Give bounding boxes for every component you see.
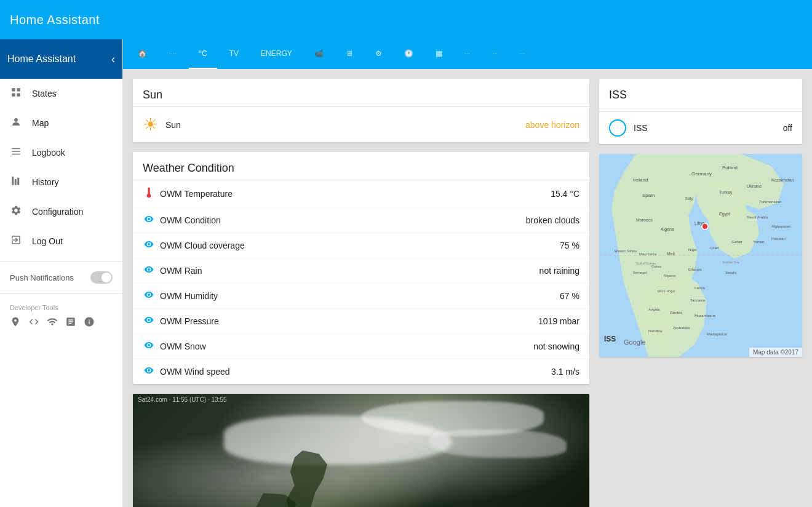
extra2-tab-label: ··· <box>492 50 498 57</box>
weather-row-snow: OWM Snow not snowing <box>133 334 589 359</box>
iss-status-circle <box>609 119 626 137</box>
svg-text:Arabian Sea: Arabian Sea <box>722 260 739 264</box>
svg-text:Afghanistan: Afghanistan <box>771 225 791 228</box>
entity-icon[interactable] <box>65 316 76 330</box>
chevron-left-icon[interactable]: ‹ <box>111 53 115 66</box>
tab-celsius[interactable]: °C <box>189 39 217 69</box>
iss-card: ISS ISS off <box>599 79 802 144</box>
svg-rect-10 <box>17 177 19 185</box>
tab-extra3[interactable]: ··· <box>510 39 535 69</box>
temperature-value: 15.4 °C <box>551 189 579 199</box>
svg-text:DR Congo: DR Congo <box>658 289 675 293</box>
map-iss-label: ISS <box>599 332 621 346</box>
info-icon[interactable] <box>84 316 95 330</box>
sidebar-item-logout[interactable]: Log Out <box>0 226 122 256</box>
sidebar-item-history[interactable]: History <box>0 167 122 197</box>
cards-area: Sun ☀ Sun above horizon Weather Conditio… <box>123 69 812 507</box>
svg-rect-2 <box>12 93 15 96</box>
home-tab-icon: 🏠 <box>138 49 147 58</box>
content-area: 🏠 ···· °C TV ENERGY 📹 🖥 ⚙ <box>123 39 812 507</box>
map-google-label: Google <box>624 338 645 346</box>
eye-icon-rain[interactable] <box>143 265 155 277</box>
sidebar-item-logout-label: Log Out <box>32 236 63 246</box>
sidebar-item-map-label: Map <box>32 118 49 128</box>
weather-row-humidity: OWM Humidity 67 % <box>133 284 589 309</box>
humidity-label: OWM Humidity <box>160 291 555 301</box>
tab-settings[interactable]: ⚙ <box>365 39 392 69</box>
sidebar-item-history-label: History <box>32 177 59 187</box>
iss-card-title: ISS <box>599 79 802 111</box>
tabbar: 🏠 ···· °C TV ENERGY 📹 🖥 ⚙ <box>123 39 812 69</box>
svg-text:Zimbabwe: Zimbabwe <box>673 326 690 330</box>
svg-text:Ireland: Ireland <box>633 177 648 183</box>
tab-camera[interactable]: 📹 <box>304 39 333 69</box>
tab-home[interactable]: 🏠 <box>128 39 157 69</box>
antenna-icon[interactable] <box>10 316 21 330</box>
tab-display[interactable]: 🖥 <box>336 39 363 69</box>
svg-text:Tanzania: Tanzania <box>690 298 706 302</box>
sidebar-item-logbook[interactable]: Logbook <box>0 138 122 167</box>
wifi-icon[interactable] <box>47 316 58 330</box>
eye-icon-cloud[interactable] <box>143 239 155 252</box>
sidebar-header: Home Assistant ‹ <box>0 39 122 79</box>
svg-text:Yemen: Yemen <box>753 240 764 244</box>
logout-icon <box>10 234 22 249</box>
energy-tab-label: ENERGY <box>261 49 292 58</box>
eye-icon-humidity[interactable] <box>143 290 155 302</box>
grid-tab-icon: ▦ <box>436 49 442 58</box>
tab-energy[interactable]: ENERGY <box>251 39 302 69</box>
svg-text:Egypt: Egypt <box>719 212 730 217</box>
svg-text:Chad: Chad <box>710 246 718 250</box>
svg-text:Namibia: Namibia <box>648 329 663 333</box>
topbar: Home Assistant <box>0 0 812 39</box>
svg-text:Mauritania: Mauritania <box>639 252 657 256</box>
svg-text:Gulf of Guinea: Gulf of Guinea <box>636 261 656 265</box>
right-column: ISS ISS off <box>599 79 802 357</box>
tab-clock[interactable]: 🕐 <box>394 39 423 69</box>
snow-value: not snowing <box>533 341 579 351</box>
extra3-tab-label: ··· <box>520 50 525 57</box>
svg-rect-1 <box>17 88 20 91</box>
push-notifications-toggle[interactable] <box>90 271 113 284</box>
svg-rect-5 <box>12 148 20 149</box>
map-attribution: Map data ©2017 <box>749 348 802 357</box>
eye-icon-condition[interactable] <box>143 214 155 226</box>
weather-row-cloud: OWM Cloud coverage 75 % <box>133 233 589 258</box>
eye-icon-wind[interactable] <box>143 365 155 378</box>
sidebar-item-states[interactable]: States <box>0 79 122 108</box>
rain-label: OWM Rain <box>160 266 535 276</box>
svg-text:Nigeria: Nigeria <box>664 274 676 277</box>
weather-row-wind: OWM Wind speed 3.1 m/s <box>133 359 589 384</box>
eye-icon-snow[interactable] <box>143 340 155 353</box>
sun-card: Sun ☀ Sun above horizon <box>133 79 589 142</box>
sun-entity-state: above horizon <box>525 120 579 130</box>
svg-text:Zambia: Zambia <box>670 311 683 314</box>
tab-grid[interactable]: ▦ <box>426 39 452 69</box>
map-card: Ireland Germany Poland Ukraine Kazakhsta… <box>599 154 802 357</box>
svg-text:Spain: Spain <box>642 193 655 198</box>
sidebar-item-configuration[interactable]: Configuration <box>0 197 122 226</box>
left-column: Sun ☀ Sun above horizon Weather Conditio… <box>133 79 589 507</box>
svg-text:Poland: Poland <box>722 165 738 170</box>
tab-2[interactable]: ···· <box>159 39 186 69</box>
svg-text:Germany: Germany <box>691 171 712 177</box>
sidebar: Home Assistant ‹ States Map Logbook <box>0 39 123 507</box>
svg-rect-3 <box>17 93 20 96</box>
tab-extra2[interactable]: ··· <box>482 39 507 69</box>
cloud-label: OWM Cloud coverage <box>160 241 555 250</box>
eye-icon-pressure[interactable] <box>143 315 155 327</box>
svg-text:Algeria: Algeria <box>661 227 674 232</box>
condition-label: OWM Condition <box>160 215 521 225</box>
code-icon[interactable] <box>28 316 39 330</box>
tab-tv[interactable]: TV <box>220 39 249 69</box>
svg-text:Madagascar: Madagascar <box>707 332 727 336</box>
condition-value: broken clouds <box>526 215 579 225</box>
sidebar-item-map[interactable]: Map <box>0 108 122 138</box>
svg-rect-9 <box>15 179 17 185</box>
svg-text:Angola: Angola <box>648 308 660 311</box>
svg-rect-6 <box>12 151 20 152</box>
tab-extra1[interactable]: ··· <box>455 39 480 69</box>
sun-entity-row: ☀ Sun above horizon <box>133 107 589 142</box>
sidebar-item-configuration-label: Configuration <box>32 207 83 217</box>
svg-text:Western Sahara: Western Sahara <box>615 249 637 253</box>
